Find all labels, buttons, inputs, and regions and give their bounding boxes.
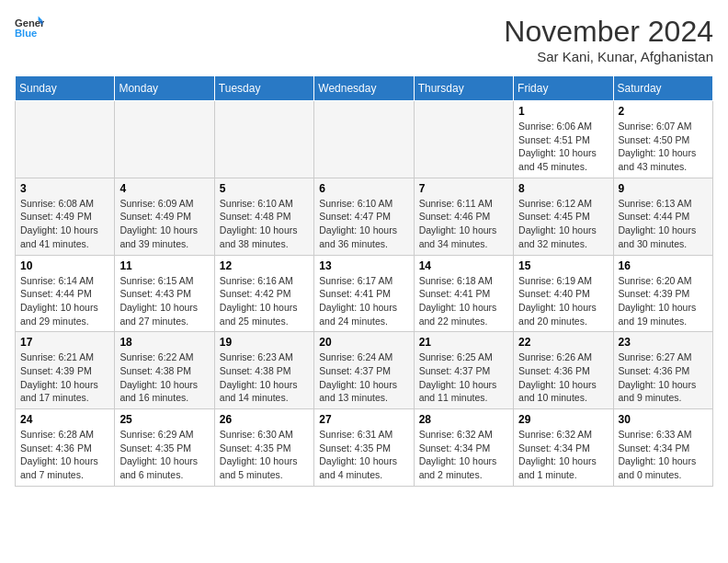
logo-icon: General Blue xyxy=(15,15,44,40)
day-info: Sunrise: 6:10 AM Sunset: 4:48 PM Dayligh… xyxy=(220,197,309,251)
day-number: 6 xyxy=(319,182,408,195)
calendar-cell: 9Sunrise: 6:13 AM Sunset: 4:44 PM Daylig… xyxy=(613,178,712,255)
day-info: Sunrise: 6:10 AM Sunset: 4:47 PM Dayligh… xyxy=(319,197,408,251)
logo: General Blue xyxy=(15,15,44,40)
calendar-cell: 22Sunrise: 6:26 AM Sunset: 4:36 PM Dayli… xyxy=(514,332,613,409)
day-number: 7 xyxy=(419,182,508,195)
column-header-tuesday: Tuesday xyxy=(214,76,313,101)
day-number: 8 xyxy=(518,182,608,195)
calendar-cell: 6Sunrise: 6:10 AM Sunset: 4:47 PM Daylig… xyxy=(314,178,414,255)
calendar-cell: 23Sunrise: 6:27 AM Sunset: 4:36 PM Dayli… xyxy=(613,332,712,409)
calendar-cell: 15Sunrise: 6:19 AM Sunset: 4:40 PM Dayli… xyxy=(514,255,613,332)
day-number: 17 xyxy=(20,336,109,349)
day-number: 5 xyxy=(220,182,309,195)
calendar-cell: 8Sunrise: 6:12 AM Sunset: 4:45 PM Daylig… xyxy=(514,178,613,255)
day-info: Sunrise: 6:32 AM Sunset: 4:34 PM Dayligh… xyxy=(518,428,608,482)
calendar-cell: 17Sunrise: 6:21 AM Sunset: 4:39 PM Dayli… xyxy=(16,332,115,409)
day-number: 11 xyxy=(119,259,209,272)
day-info: Sunrise: 6:21 AM Sunset: 4:39 PM Dayligh… xyxy=(20,350,109,405)
day-info: Sunrise: 6:14 AM Sunset: 4:44 PM Dayligh… xyxy=(20,274,109,328)
day-info: Sunrise: 6:09 AM Sunset: 4:49 PM Dayligh… xyxy=(119,197,209,251)
calendar-cell: 7Sunrise: 6:11 AM Sunset: 4:46 PM Daylig… xyxy=(414,178,513,255)
calendar-cell: 11Sunrise: 6:15 AM Sunset: 4:43 PM Dayli… xyxy=(115,255,214,332)
day-info: Sunrise: 6:11 AM Sunset: 4:46 PM Dayligh… xyxy=(419,197,508,251)
calendar-cell xyxy=(214,101,313,178)
day-info: Sunrise: 6:25 AM Sunset: 4:37 PM Dayligh… xyxy=(419,350,508,405)
day-number: 30 xyxy=(619,413,708,426)
calendar: SundayMondayTuesdayWednesdayThursdayFrid… xyxy=(15,75,713,487)
day-number: 1 xyxy=(518,105,608,118)
day-number: 9 xyxy=(619,182,708,195)
day-info: Sunrise: 6:22 AM Sunset: 4:38 PM Dayligh… xyxy=(119,350,209,405)
calendar-cell: 24Sunrise: 6:28 AM Sunset: 4:36 PM Dayli… xyxy=(16,409,115,487)
day-info: Sunrise: 6:29 AM Sunset: 4:35 PM Dayligh… xyxy=(119,428,209,482)
calendar-cell: 29Sunrise: 6:32 AM Sunset: 4:34 PM Dayli… xyxy=(514,409,613,487)
day-number: 18 xyxy=(119,336,209,349)
calendar-cell xyxy=(314,101,414,178)
calendar-cell: 1Sunrise: 6:06 AM Sunset: 4:51 PM Daylig… xyxy=(514,101,613,178)
day-info: Sunrise: 6:15 AM Sunset: 4:43 PM Dayligh… xyxy=(119,274,209,328)
day-number: 13 xyxy=(319,259,408,272)
calendar-cell: 14Sunrise: 6:18 AM Sunset: 4:41 PM Dayli… xyxy=(414,255,513,332)
day-info: Sunrise: 6:33 AM Sunset: 4:34 PM Dayligh… xyxy=(619,428,708,482)
calendar-cell xyxy=(16,101,115,178)
column-header-sunday: Sunday xyxy=(16,76,115,101)
day-number: 22 xyxy=(518,336,608,349)
day-info: Sunrise: 6:20 AM Sunset: 4:39 PM Dayligh… xyxy=(619,274,708,328)
day-number: 15 xyxy=(518,259,608,272)
day-number: 16 xyxy=(619,259,708,272)
svg-text:Blue: Blue xyxy=(15,28,37,39)
column-header-friday: Friday xyxy=(514,76,613,101)
calendar-cell: 28Sunrise: 6:32 AM Sunset: 4:34 PM Dayli… xyxy=(414,409,513,487)
day-info: Sunrise: 6:24 AM Sunset: 4:37 PM Dayligh… xyxy=(319,350,408,405)
day-number: 19 xyxy=(220,336,309,349)
column-header-saturday: Saturday xyxy=(613,76,712,101)
week-row-4: 17Sunrise: 6:21 AM Sunset: 4:39 PM Dayli… xyxy=(16,332,713,409)
header: General Blue November 2024 Sar Kani, Kun… xyxy=(15,15,713,64)
day-number: 28 xyxy=(419,413,508,426)
day-info: Sunrise: 6:26 AM Sunset: 4:36 PM Dayligh… xyxy=(518,350,608,405)
calendar-cell: 10Sunrise: 6:14 AM Sunset: 4:44 PM Dayli… xyxy=(16,255,115,332)
calendar-cell: 12Sunrise: 6:16 AM Sunset: 4:42 PM Dayli… xyxy=(214,255,313,332)
day-info: Sunrise: 6:27 AM Sunset: 4:36 PM Dayligh… xyxy=(619,350,708,405)
day-number: 25 xyxy=(119,413,209,426)
day-number: 2 xyxy=(619,105,708,118)
calendar-cell: 30Sunrise: 6:33 AM Sunset: 4:34 PM Dayli… xyxy=(613,409,712,487)
month-title: November 2024 xyxy=(504,15,713,49)
day-number: 21 xyxy=(419,336,508,349)
header-row: SundayMondayTuesdayWednesdayThursdayFrid… xyxy=(16,76,713,101)
day-number: 26 xyxy=(220,413,309,426)
week-row-2: 3Sunrise: 6:08 AM Sunset: 4:49 PM Daylig… xyxy=(16,178,713,255)
day-info: Sunrise: 6:23 AM Sunset: 4:38 PM Dayligh… xyxy=(220,350,309,405)
week-row-1: 1Sunrise: 6:06 AM Sunset: 4:51 PM Daylig… xyxy=(16,101,713,178)
day-number: 14 xyxy=(419,259,508,272)
day-number: 4 xyxy=(119,182,209,195)
day-info: Sunrise: 6:08 AM Sunset: 4:49 PM Dayligh… xyxy=(20,197,109,251)
day-info: Sunrise: 6:12 AM Sunset: 4:45 PM Dayligh… xyxy=(518,197,608,251)
calendar-cell: 3Sunrise: 6:08 AM Sunset: 4:49 PM Daylig… xyxy=(16,178,115,255)
title-area: November 2024 Sar Kani, Kunar, Afghanist… xyxy=(504,15,713,64)
calendar-cell: 4Sunrise: 6:09 AM Sunset: 4:49 PM Daylig… xyxy=(115,178,214,255)
calendar-cell: 5Sunrise: 6:10 AM Sunset: 4:48 PM Daylig… xyxy=(214,178,313,255)
day-info: Sunrise: 6:31 AM Sunset: 4:35 PM Dayligh… xyxy=(319,428,408,482)
calendar-cell: 26Sunrise: 6:30 AM Sunset: 4:35 PM Dayli… xyxy=(214,409,313,487)
day-info: Sunrise: 6:06 AM Sunset: 4:51 PM Dayligh… xyxy=(518,120,608,174)
day-number: 20 xyxy=(319,336,408,349)
day-number: 3 xyxy=(20,182,109,195)
day-number: 24 xyxy=(20,413,109,426)
calendar-cell xyxy=(115,101,214,178)
day-info: Sunrise: 6:07 AM Sunset: 4:50 PM Dayligh… xyxy=(619,120,708,174)
column-header-wednesday: Wednesday xyxy=(314,76,414,101)
calendar-cell: 27Sunrise: 6:31 AM Sunset: 4:35 PM Dayli… xyxy=(314,409,414,487)
calendar-cell: 21Sunrise: 6:25 AM Sunset: 4:37 PM Dayli… xyxy=(414,332,513,409)
column-header-thursday: Thursday xyxy=(414,76,513,101)
day-number: 12 xyxy=(220,259,309,272)
week-row-3: 10Sunrise: 6:14 AM Sunset: 4:44 PM Dayli… xyxy=(16,255,713,332)
week-row-5: 24Sunrise: 6:28 AM Sunset: 4:36 PM Dayli… xyxy=(16,409,713,487)
calendar-cell: 16Sunrise: 6:20 AM Sunset: 4:39 PM Dayli… xyxy=(613,255,712,332)
calendar-cell: 20Sunrise: 6:24 AM Sunset: 4:37 PM Dayli… xyxy=(314,332,414,409)
day-info: Sunrise: 6:32 AM Sunset: 4:34 PM Dayligh… xyxy=(419,428,508,482)
day-number: 27 xyxy=(319,413,408,426)
day-info: Sunrise: 6:13 AM Sunset: 4:44 PM Dayligh… xyxy=(619,197,708,251)
day-number: 10 xyxy=(20,259,109,272)
